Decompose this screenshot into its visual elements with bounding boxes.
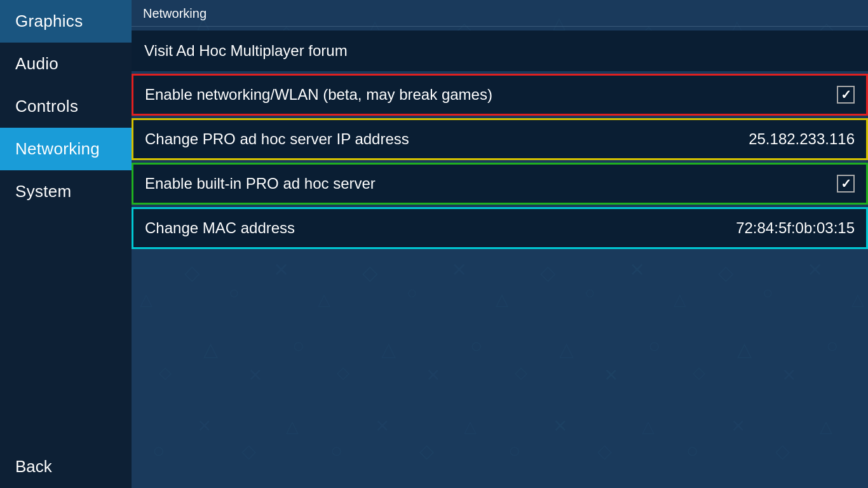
enable-networking-item[interactable]: Enable networking/WLAN (beta, may break …: [132, 74, 868, 116]
enable-networking-checkbox[interactable]: [837, 86, 855, 104]
visit-adhoc-item[interactable]: Visit Ad Hoc Multiplayer forum: [132, 30, 868, 71]
change-pro-ip-value: 25.182.233.116: [749, 130, 855, 148]
section-title: Networking: [132, 0, 868, 27]
enable-builtin-server-checkbox[interactable]: [837, 175, 855, 193]
sidebar: Graphics Audio Controls Networking Syste…: [0, 0, 132, 488]
sidebar-item-controls[interactable]: Controls: [0, 85, 132, 128]
sidebar-item-system[interactable]: System: [0, 170, 132, 213]
sidebar-nav: Graphics Audio Controls Networking Syste…: [0, 0, 132, 213]
enable-networking-label: Enable networking/WLAN (beta, may break …: [145, 86, 492, 104]
change-pro-ip-label: Change PRO ad hoc server IP address: [145, 130, 409, 148]
sidebar-item-graphics[interactable]: Graphics: [0, 0, 132, 43]
main-content: Networking Visit Ad Hoc Multiplayer foru…: [132, 0, 868, 488]
change-mac-item[interactable]: Change MAC address 72:84:5f:0b:03:15: [132, 207, 868, 249]
enable-builtin-server-item[interactable]: Enable built-in PRO ad hoc server: [132, 163, 868, 205]
change-mac-value: 72:84:5f:0b:03:15: [736, 219, 855, 237]
change-mac-label: Change MAC address: [145, 219, 295, 237]
settings-list: Visit Ad Hoc Multiplayer forum Enable ne…: [132, 29, 868, 250]
change-pro-ip-item[interactable]: Change PRO ad hoc server IP address 25.1…: [132, 118, 868, 160]
sidebar-item-audio[interactable]: Audio: [0, 43, 132, 85]
visit-adhoc-label: Visit Ad Hoc Multiplayer forum: [144, 42, 348, 60]
enable-builtin-server-label: Enable built-in PRO ad hoc server: [145, 175, 376, 193]
back-button[interactable]: Back: [0, 445, 132, 488]
sidebar-item-networking[interactable]: Networking: [0, 128, 132, 170]
